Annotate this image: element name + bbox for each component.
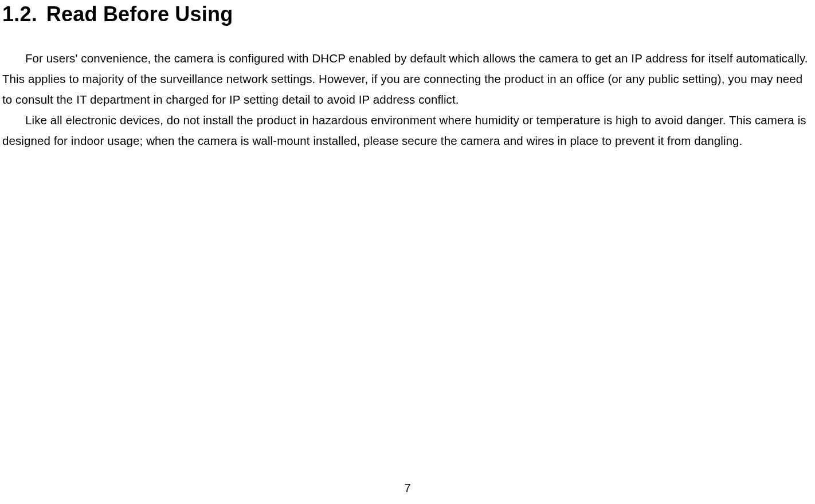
page-number: 7 [0, 482, 815, 495]
section-number: 1.2. [2, 2, 37, 26]
paragraph-2: Like all electronic devices, do not inst… [2, 110, 810, 151]
body-text: For users' convenience, the camera is co… [2, 48, 810, 151]
page-content: 1.2.Read Before Using For users' conveni… [0, 2, 815, 151]
paragraph-1: For users' convenience, the camera is co… [2, 48, 810, 110]
section-title: Read Before Using [46, 2, 233, 26]
section-heading: 1.2.Read Before Using [2, 2, 810, 26]
